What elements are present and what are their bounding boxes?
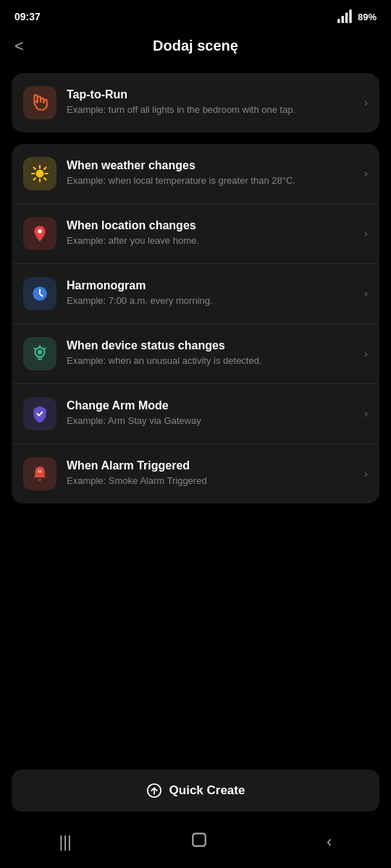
weather-icon-bg [23,157,56,190]
clock-icon [30,284,49,303]
device-status-title: When device status changes [67,339,358,352]
location-text: When location changes Example: after you… [67,219,358,247]
back-button[interactable]: < [14,37,24,56]
status-icons: 89% [336,7,377,26]
schedule-title: Harmonogram [67,279,358,292]
tap-to-run-title: Tap-to-Run [67,88,358,101]
svg-line-18 [34,348,35,349]
quick-create-button[interactable]: Quick Create [12,770,379,812]
svg-point-16 [38,350,43,355]
device-status-subtitle: Example: when an unusual activity is det… [67,354,358,367]
weather-text: When weather changes Example: when local… [67,159,358,187]
device-status-icon-bg [23,337,56,370]
nav-home-icon[interactable] [190,830,209,854]
svg-rect-24 [193,833,205,846]
svg-line-12 [34,178,35,179]
location-item[interactable]: When location changes Example: after you… [12,204,379,264]
arm-mode-arrow: › [364,407,368,420]
bulb-icon [30,344,49,363]
tap-to-run-text: Tap-to-Run Example: turn off all lights … [67,88,358,116]
tap-to-run-card: Tap-to-Run Example: turn off all lights … [12,73,379,132]
weather-title: When weather changes [67,159,358,172]
quick-create-label: Quick Create [169,783,245,798]
bottom-bar: Quick Create [0,761,391,820]
location-icon-bg [23,217,56,250]
schedule-text: Harmonogram Example: 7:00 a.m. every mor… [67,279,358,307]
svg-line-19 [44,348,46,349]
sun-icon [30,164,49,183]
svg-rect-3 [349,9,351,22]
schedule-icon-bg [23,277,56,310]
alarm-subtitle: Example: Smoke Alarm Triggered [67,475,358,488]
device-status-text: When device status changes Example: when… [67,339,358,367]
schedule-item[interactable]: Harmonogram Example: 7:00 a.m. every mor… [12,264,379,324]
tap-to-run-arrow: › [364,96,368,109]
alarm-text: When Alarm Triggered Example: Smoke Alar… [67,459,358,488]
svg-line-9 [34,168,35,169]
svg-point-4 [36,170,44,178]
battery-text: 89% [358,12,377,22]
location-title: When location changes [67,219,358,232]
status-bar: 09:37 89% [0,0,391,30]
hand-icon [30,93,49,112]
tap-to-run-subtitle: Example: turn off all lights in the bedr… [67,103,358,116]
nav-back-icon[interactable]: ‹ [327,833,332,851]
automation-card: When weather changes Example: when local… [12,144,379,503]
time: 09:37 [14,11,41,22]
arm-mode-subtitle: Example: Arm Stay via Gateway [67,414,358,427]
shield-check-icon [30,404,49,423]
arm-mode-title: Change Arm Mode [67,399,358,412]
tap-to-run-icon [23,86,56,119]
location-subtitle: Example: after you leave home. [67,234,358,247]
nav-bar: ||| ‹ [0,820,391,868]
upload-icon [146,783,162,799]
device-status-arrow: › [364,347,368,360]
location-arrow: › [364,227,368,240]
main-content: Tap-to-Run Example: turn off all lights … [0,66,391,638]
arm-mode-item[interactable]: Change Arm Mode Example: Arm Stay via Ga… [12,384,379,444]
svg-rect-2 [345,13,348,23]
svg-rect-0 [337,19,340,22]
weather-subtitle: Example: when local temperature is great… [67,174,358,187]
arm-mode-icon-bg [23,397,56,430]
page-header: < Dodaj scenę [0,30,391,66]
alarm-item[interactable]: When Alarm Triggered Example: Smoke Alar… [12,444,379,503]
weather-arrow: › [364,167,368,180]
arm-mode-text: Change Arm Mode Example: Arm Stay via Ga… [67,399,358,427]
page-title: Dodaj scenę [14,38,377,54]
tap-to-run-item[interactable]: Tap-to-Run Example: turn off all lights … [12,73,379,132]
alarm-title: When Alarm Triggered [67,459,358,472]
device-status-item[interactable]: When device status changes Example: when… [12,324,379,384]
svg-line-11 [44,168,46,169]
schedule-subtitle: Example: 7:00 a.m. every morning. [67,294,358,307]
location-icon [30,224,49,243]
svg-line-10 [44,178,46,179]
signal-icon [336,7,355,26]
svg-rect-1 [342,16,344,23]
alarm-arrow: › [364,467,368,480]
svg-point-13 [38,229,41,233]
nav-recent-icon[interactable]: ||| [59,833,72,851]
schedule-arrow: › [364,287,368,300]
alarm-icon-bg [23,457,56,490]
alarm-icon [30,464,49,483]
weather-item[interactable]: When weather changes Example: when local… [12,144,379,204]
